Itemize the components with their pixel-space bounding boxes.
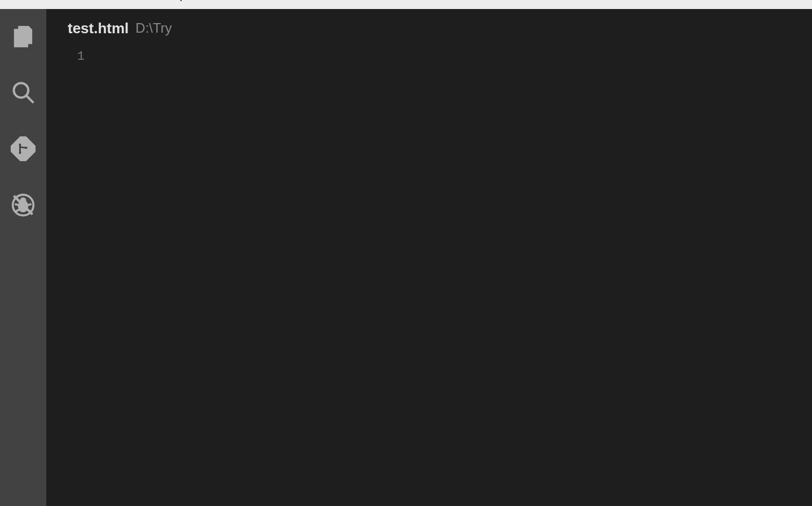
activity-bar [0, 9, 46, 506]
tab-path: D:\Try [135, 20, 171, 36]
search-icon [11, 80, 36, 107]
svg-rect-2 [11, 136, 36, 161]
svg-line-11 [16, 209, 20, 211]
tab-filename: test.html [68, 20, 129, 37]
activity-search[interactable] [0, 65, 46, 122]
code-content[interactable] [97, 47, 812, 506]
svg-line-9 [15, 204, 19, 205]
activity-git[interactable] [0, 122, 46, 178]
files-icon [11, 24, 36, 51]
git-icon [11, 136, 36, 163]
editor-area: test.html D:\Try 1 [46, 9, 812, 506]
code-editor[interactable]: 1 [46, 47, 812, 506]
svg-point-0 [14, 83, 29, 98]
debug-icon [11, 193, 36, 220]
editor-tab[interactable]: test.html D:\Try [46, 9, 812, 47]
svg-line-10 [27, 204, 31, 205]
activity-debug[interactable] [0, 178, 46, 234]
svg-point-8 [21, 198, 25, 202]
activity-explorer[interactable] [0, 9, 46, 65]
line-number-gutter: 1 [46, 47, 97, 506]
menu-bar: File Edit View Goto Help [0, 0, 812, 9]
svg-line-1 [27, 96, 34, 103]
line-number: 1 [46, 50, 85, 64]
